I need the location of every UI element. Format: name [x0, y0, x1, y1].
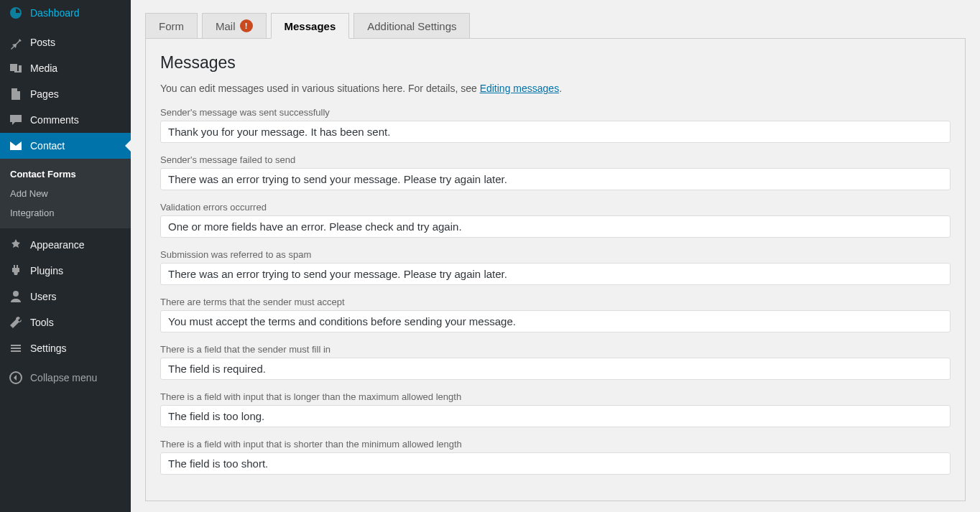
- sidebar-item-label: Users: [30, 291, 57, 302]
- main-content: Form Mail! Messages Additional Settings …: [131, 0, 980, 512]
- collapse-icon: [9, 371, 23, 385]
- comments-icon: [9, 113, 23, 127]
- message-input[interactable]: [160, 452, 951, 475]
- message-input[interactable]: [160, 168, 951, 190]
- tab-additional-settings[interactable]: Additional Settings: [353, 13, 470, 38]
- sidebar-item-pages[interactable]: Pages: [0, 81, 131, 107]
- sidebar-item-label: Settings: [30, 343, 67, 354]
- message-field: There is a field with input that is shor…: [160, 439, 951, 475]
- submenu-item-contact-forms[interactable]: Contact Forms: [0, 164, 131, 184]
- sidebar-item-collapse[interactable]: Collapse menu: [0, 365, 131, 391]
- sidebar-item-label: Appearance: [30, 239, 85, 251]
- tab-messages[interactable]: Messages: [271, 13, 350, 39]
- sidebar-item-dashboard[interactable]: Dashboard: [0, 0, 131, 26]
- field-label: Submission was referred to as spam: [160, 249, 951, 260]
- message-field: There is a field with input that is long…: [160, 391, 951, 427]
- dashboard-icon: [9, 6, 23, 20]
- sidebar-item-media[interactable]: Media: [0, 55, 131, 81]
- intro-text: .: [559, 83, 562, 94]
- message-input[interactable]: [160, 121, 951, 143]
- sidebar-submenu: Contact Forms Add New Integration: [0, 159, 131, 228]
- message-field: Submission was referred to as spam: [160, 249, 951, 285]
- sidebar-item-label: Posts: [30, 37, 55, 48]
- message-input[interactable]: [160, 310, 951, 332]
- message-field: There is a field that the sender must fi…: [160, 344, 951, 380]
- message-input[interactable]: [160, 263, 951, 285]
- sidebar-item-label: Media: [30, 62, 57, 74]
- sidebar-item-appearance[interactable]: Appearance: [0, 232, 131, 258]
- sidebar-item-plugins[interactable]: Plugins: [0, 258, 131, 284]
- sidebar-item-label: Dashboard: [30, 7, 80, 19]
- message-field: Validation errors occurred: [160, 202, 951, 238]
- pages-icon: [9, 87, 23, 101]
- sidebar-item-label: Contact: [30, 140, 65, 152]
- sidebar-item-contact[interactable]: Contact: [0, 133, 131, 159]
- message-field: There are terms that the sender must acc…: [160, 297, 951, 332]
- tab-label: Additional Settings: [367, 20, 456, 32]
- editing-messages-link[interactable]: Editing messages: [480, 83, 560, 94]
- sidebar-item-users[interactable]: Users: [0, 284, 131, 309]
- sidebar-item-posts[interactable]: Posts: [0, 29, 131, 55]
- message-field: Sender's message failed to send: [160, 154, 951, 190]
- sidebar-item-settings[interactable]: Settings: [0, 335, 131, 361]
- mail-icon: [9, 139, 23, 153]
- sidebar-item-label: Collapse menu: [30, 372, 97, 383]
- sidebar-item-tools[interactable]: Tools: [0, 309, 131, 335]
- sidebar-item-label: Tools: [30, 317, 54, 328]
- submenu-item-integration[interactable]: Integration: [0, 203, 131, 223]
- submenu-item-add-new[interactable]: Add New: [0, 184, 131, 203]
- alert-badge-icon: !: [240, 19, 253, 32]
- sidebar-item-label: Pages: [30, 88, 59, 100]
- tab-form[interactable]: Form: [145, 13, 198, 38]
- message-field: Sender's message was sent successfully: [160, 107, 951, 143]
- tab-label: Mail: [216, 20, 236, 32]
- field-label: There is a field with input that is shor…: [160, 439, 951, 450]
- messages-panel: Messages You can edit messages used in v…: [145, 39, 966, 501]
- admin-sidebar: Dashboard Posts Media Pages Comments Con…: [0, 0, 131, 512]
- sidebar-item-label: Comments: [30, 114, 79, 126]
- panel-heading: Messages: [160, 53, 951, 73]
- settings-icon: [9, 341, 23, 355]
- field-label: Validation errors occurred: [160, 202, 951, 213]
- media-icon: [9, 61, 23, 75]
- field-label: There are terms that the sender must acc…: [160, 297, 951, 307]
- field-label: There is a field with input that is long…: [160, 391, 951, 402]
- tab-mail[interactable]: Mail!: [202, 13, 267, 38]
- intro-text: You can edit messages used in various si…: [160, 83, 480, 94]
- sidebar-item-label: Plugins: [30, 265, 63, 276]
- tab-bar: Form Mail! Messages Additional Settings: [145, 13, 966, 39]
- message-input[interactable]: [160, 215, 951, 238]
- plugins-icon: [9, 264, 23, 278]
- message-input[interactable]: [160, 405, 951, 427]
- field-label: Sender's message was sent successfully: [160, 107, 951, 118]
- pin-icon: [9, 35, 23, 50]
- field-label: Sender's message failed to send: [160, 154, 951, 165]
- tools-icon: [9, 315, 23, 330]
- users-icon: [9, 289, 23, 304]
- tab-label: Form: [159, 20, 184, 32]
- panel-intro: You can edit messages used in various si…: [160, 83, 951, 94]
- field-label: There is a field that the sender must fi…: [160, 344, 951, 355]
- sidebar-item-comments[interactable]: Comments: [0, 107, 131, 133]
- message-input[interactable]: [160, 358, 951, 380]
- appearance-icon: [9, 238, 23, 252]
- tab-label: Messages: [285, 20, 336, 32]
